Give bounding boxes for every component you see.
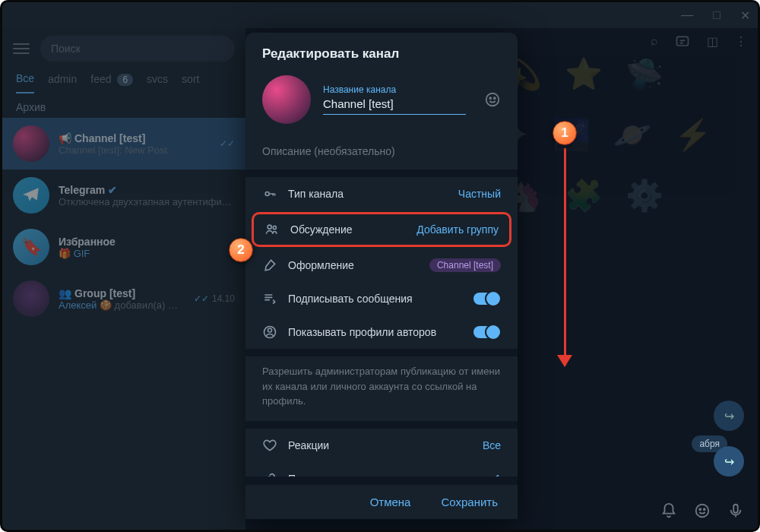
signature-icon (262, 291, 277, 306)
channel-name-input[interactable] (323, 95, 466, 115)
svg-point-10 (273, 226, 276, 229)
svg-point-6 (489, 97, 491, 99)
verified-icon: ✔ (108, 184, 117, 196)
lock-icon (262, 186, 277, 201)
comments-icon[interactable] (675, 34, 690, 49)
folder-tab-svcs[interactable]: svcs (147, 73, 168, 93)
hint-text: Разрешить администраторам публикацию от … (245, 356, 518, 429)
share-button[interactable]: ↪ (714, 401, 744, 431)
people-icon (264, 222, 280, 237)
share-button[interactable]: ↪ (714, 446, 744, 477)
row-invite-links[interactable]: Пригласительные ссылки 1 (245, 462, 518, 485)
avatar (13, 177, 49, 214)
svg-rect-4 (733, 505, 738, 513)
emoji-picker-icon[interactable] (484, 91, 501, 108)
microphone-icon[interactable] (727, 502, 744, 519)
avatar: 🔖 (13, 229, 49, 265)
profile-icon (262, 325, 277, 340)
read-checks-icon: ✓✓ (220, 138, 235, 149)
folder-tab-feed[interactable]: feed 6 (90, 73, 133, 93)
svg-point-9 (268, 225, 271, 229)
toggle-switch[interactable] (473, 326, 501, 338)
folder-tab-sort[interactable]: sort (182, 73, 199, 93)
cancel-button[interactable]: Отмена (370, 496, 411, 508)
archive-label[interactable]: Архив (2, 93, 245, 118)
svg-point-11 (268, 328, 272, 332)
brush-icon (262, 258, 277, 273)
svg-point-1 (696, 505, 709, 518)
megaphone-icon: 📢 (59, 132, 71, 144)
window-minimize[interactable]: — (681, 8, 693, 22)
sidepanel-icon[interactable]: ◫ (707, 34, 718, 49)
folder-badge: 6 (117, 74, 133, 86)
row-reactions[interactable]: Реакции Все (245, 429, 518, 462)
channel-avatar[interactable] (262, 75, 311, 124)
more-icon[interactable]: ⋮ (735, 34, 747, 49)
sidebar: Поиск Все admin feed 6 svcs sort Архив 📢… (2, 28, 245, 530)
row-author-profiles[interactable]: Показывать профили авторов (245, 315, 518, 349)
svg-point-5 (486, 93, 499, 106)
menu-icon[interactable] (13, 43, 30, 54)
chat-item[interactable]: 📢Channel [test] Channel [test]: New Post… (2, 118, 245, 169)
name-field-label: Название канала (323, 84, 466, 95)
description-input[interactable]: Описание (необязательно) (245, 136, 518, 177)
telegram-app-window: — □ ✕ Поиск Все admin feed 6 svcs sort (0, 0, 760, 532)
group-icon: 👥 (59, 287, 71, 299)
modal-title: Редактировать канал (245, 33, 518, 71)
save-button[interactable]: Сохранить (441, 496, 498, 508)
window-maximize[interactable]: □ (713, 8, 720, 22)
svg-point-8 (265, 192, 269, 196)
emoji-icon[interactable] (694, 502, 711, 519)
search-icon[interactable]: ⌕ (651, 34, 658, 49)
window-close[interactable]: ✕ (740, 8, 750, 23)
link-icon (262, 471, 277, 485)
search-placeholder: Поиск (51, 43, 81, 55)
chat-item[interactable]: Telegram ✔ Отключена двухэтапная аутенти… (2, 169, 245, 221)
edit-channel-modal: Редактировать канал Название канала Опис… (245, 33, 518, 519)
svg-point-7 (494, 97, 496, 99)
heart-icon (262, 438, 277, 453)
row-appearance[interactable]: Оформление Channel [test] (245, 249, 518, 282)
search-input[interactable]: Поиск (40, 36, 235, 62)
folder-tabs: Все admin feed 6 svcs sort (2, 66, 245, 93)
folder-tab-all[interactable]: Все (16, 72, 34, 93)
row-sign-messages[interactable]: Подписывать сообщения (245, 282, 518, 315)
notifications-icon[interactable] (660, 502, 677, 519)
chat-item[interactable]: 👥Group [test] Алексей 🍪 добавил(а) Семён… (2, 273, 245, 325)
read-checks-icon: ✓✓ (194, 293, 209, 304)
row-channel-type[interactable]: Тип канала Частный (245, 177, 518, 211)
annotation-marker-2: 2 (229, 238, 253, 262)
svg-point-2 (699, 508, 701, 510)
avatar (13, 280, 49, 317)
svg-point-3 (704, 508, 705, 510)
toggle-switch[interactable] (473, 293, 501, 305)
chat-item[interactable]: 🔖 Избранное 🎁 GIF (2, 221, 245, 273)
annotation-arrow (564, 148, 566, 366)
folder-tab-admin[interactable]: admin (48, 73, 77, 93)
avatar (13, 125, 49, 162)
row-discussion[interactable]: Обсуждение Добавить группу (252, 212, 511, 247)
annotation-marker-1: 1 (553, 121, 577, 145)
window-titlebar: — □ ✕ (2, 2, 758, 28)
